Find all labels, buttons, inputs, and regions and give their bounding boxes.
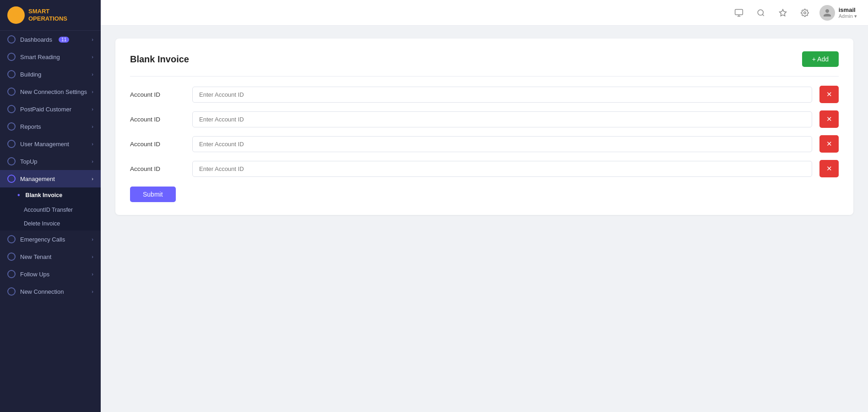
svg-point-7 xyxy=(804,11,806,14)
sidebar-item-management[interactable]: Management › xyxy=(0,170,101,187)
management-submenu: Blank Invoice AccountID Transfer Delete … xyxy=(0,187,101,231)
chevron-management: › xyxy=(92,176,93,181)
content-area: Blank Invoice + Add Account ID ✕ Account… xyxy=(101,26,868,412)
sidebar-item-postpaid-customer[interactable]: PostPaid Customer › xyxy=(0,100,101,118)
circle-icon-user-management xyxy=(7,140,16,148)
svg-point-4 xyxy=(758,10,763,15)
submit-button[interactable]: Submit xyxy=(130,187,176,202)
circle-icon-emergency-calls xyxy=(7,235,16,243)
account-row-2: Account ID ✕ xyxy=(130,110,839,128)
circle-icon-postpaid-customer xyxy=(7,105,16,113)
remove-button-4[interactable]: ✕ xyxy=(819,160,839,177)
main-area: ismail Admin ▾ Blank Invoice + Add Accou… xyxy=(101,0,868,412)
sidebar-sub-item-blank-invoice[interactable]: Blank Invoice xyxy=(0,187,101,203)
circle-icon-topup xyxy=(7,157,16,165)
circle-icon-new-tenant xyxy=(7,253,16,261)
account-input-4[interactable] xyxy=(192,161,812,177)
user-avatar xyxy=(819,5,835,21)
sidebar-item-new-connection[interactable]: New Connection › xyxy=(0,283,101,300)
sidebar-sub-item-accountid-transfer[interactable]: AccountID Transfer xyxy=(0,203,101,217)
sidebar-item-follow-ups[interactable]: Follow Ups › xyxy=(0,265,101,283)
chevron-user-management: › xyxy=(92,141,93,147)
topbar-search-icon[interactable] xyxy=(754,5,768,20)
user-info: ismail Admin ▾ xyxy=(839,6,857,19)
topbar-settings-icon[interactable] xyxy=(797,5,812,20)
circle-icon-building xyxy=(7,70,16,78)
chevron-dashboards: › xyxy=(92,37,93,42)
sidebar-item-smart-reading[interactable]: Smart Reading › xyxy=(0,48,101,66)
circle-icon-new-connection-settings xyxy=(7,88,16,96)
chevron-postpaid-customer: › xyxy=(92,106,93,112)
account-input-3[interactable] xyxy=(192,136,812,152)
add-button[interactable]: + Add xyxy=(802,51,839,67)
card-header: Blank Invoice + Add xyxy=(130,51,839,67)
chevron-smart-reading: › xyxy=(92,54,93,60)
remove-button-3[interactable]: ✕ xyxy=(819,135,839,153)
page-title: Blank Invoice xyxy=(130,54,189,65)
topbar-rectangle-icon[interactable] xyxy=(732,5,746,20)
card-divider xyxy=(130,76,839,77)
chevron-new-connection-settings: › xyxy=(92,89,93,94)
user-name: ismail xyxy=(839,6,857,13)
topbar: ismail Admin ▾ xyxy=(101,0,868,26)
chevron-new-connection: › xyxy=(92,289,93,294)
sidebar-item-topup[interactable]: TopUp › xyxy=(0,153,101,170)
account-label-4: Account ID xyxy=(130,165,185,172)
svg-point-0 xyxy=(15,13,17,15)
user-role: Admin ▾ xyxy=(839,13,857,19)
sidebar-logo: SMART OPERATIONS xyxy=(0,0,101,31)
account-row-1: Account ID ✕ xyxy=(130,86,839,103)
user-menu[interactable]: ismail Admin ▾ xyxy=(819,5,857,21)
remove-button-1[interactable]: ✕ xyxy=(819,86,839,103)
svg-marker-6 xyxy=(779,9,786,16)
account-label-3: Account ID xyxy=(130,141,185,148)
sidebar-item-reports[interactable]: Reports › xyxy=(0,118,101,135)
sidebar-item-new-connection-settings[interactable]: New Connection Settings › xyxy=(0,83,101,100)
circle-icon-smart-reading xyxy=(7,53,16,61)
chevron-building: › xyxy=(92,71,93,77)
sidebar-sub-item-delete-invoice[interactable]: Delete Invoice xyxy=(0,217,101,231)
sidebar-item-building[interactable]: Building › xyxy=(0,66,101,83)
dashboards-badge: 11 xyxy=(59,37,69,43)
brand-logo-icon xyxy=(7,6,25,24)
chevron-reports: › xyxy=(92,124,93,129)
sidebar-item-user-management[interactable]: User Management › xyxy=(0,135,101,153)
account-input-1[interactable] xyxy=(192,87,812,103)
sidebar: SMART OPERATIONS Dashboards 11 › Smart R… xyxy=(0,0,101,412)
sidebar-item-emergency-calls[interactable]: Emergency Calls › xyxy=(0,231,101,248)
svg-rect-1 xyxy=(735,9,743,15)
sidebar-item-dashboards[interactable]: Dashboards 11 › xyxy=(0,31,101,48)
blank-invoice-card: Blank Invoice + Add Account ID ✕ Account… xyxy=(115,38,853,215)
svg-line-5 xyxy=(762,14,764,16)
circle-icon-new-connection xyxy=(7,287,16,296)
chevron-new-tenant: › xyxy=(92,254,93,259)
circle-icon-reports xyxy=(7,122,16,131)
account-input-2[interactable] xyxy=(192,111,812,127)
circle-icon-dashboards xyxy=(7,35,16,44)
account-label-1: Account ID xyxy=(130,91,185,98)
remove-button-2[interactable]: ✕ xyxy=(819,110,839,128)
chevron-topup: › xyxy=(92,159,93,164)
account-row-4: Account ID ✕ xyxy=(130,160,839,177)
circle-icon-follow-ups xyxy=(7,270,16,278)
circle-icon-management xyxy=(7,175,16,183)
account-row-3: Account ID ✕ xyxy=(130,135,839,153)
brand-name: SMART OPERATIONS xyxy=(28,8,67,22)
topbar-star-icon[interactable] xyxy=(776,5,790,20)
account-label-2: Account ID xyxy=(130,116,185,123)
chevron-follow-ups: › xyxy=(92,271,93,277)
chevron-emergency-calls: › xyxy=(92,236,93,242)
sidebar-item-new-tenant[interactable]: New Tenant › xyxy=(0,248,101,265)
